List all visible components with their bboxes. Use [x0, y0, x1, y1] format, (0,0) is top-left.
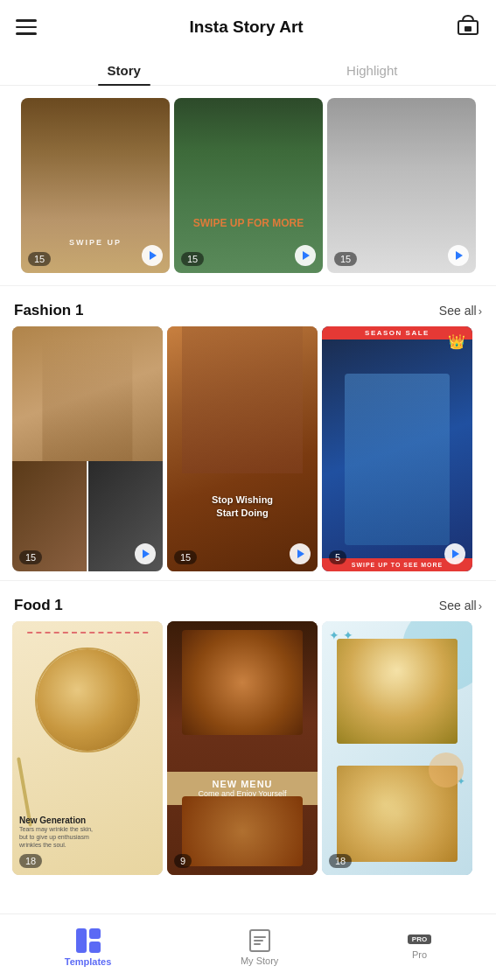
- app-header: Insta Story Art: [0, 0, 496, 54]
- pro-badge: PRO: [408, 934, 431, 944]
- food1-card-3[interactable]: ✦ ✦ ✦ 18: [322, 621, 472, 875]
- nav-mystory-label: My Story: [241, 956, 278, 966]
- top-card-2[interactable]: SWIPE UP FOR MORE 15: [174, 98, 323, 273]
- food1-card-2[interactable]: NEW MENU Come and Enjoy Yourself 9: [167, 621, 318, 875]
- fashion1-see-all-button[interactable]: See all ›: [439, 304, 482, 318]
- fashion1-card-2[interactable]: Stop WishingStart Doing 15: [167, 326, 318, 571]
- top-card-2-count: 15: [181, 252, 204, 266]
- fashion1-card-3[interactable]: SEASON SALE SWIPE UP TO SEE MORE 👑 5: [322, 326, 472, 571]
- top-cards-row: SWIPE UP 15 SWIPE UP FOR MORE 15 15: [0, 89, 496, 278]
- top-card-1-play[interactable]: [142, 245, 163, 266]
- stop-wishing-text: Stop WishingStart Doing: [212, 494, 273, 519]
- templates-icon: [76, 928, 101, 953]
- nav-pro-button[interactable]: PRO Pro: [390, 929, 449, 965]
- top-card-3-play[interactable]: [448, 245, 469, 266]
- swipe-up-text: SWIPE UP FOR MORE: [182, 217, 316, 229]
- top-card-1-count: 15: [28, 252, 51, 266]
- food1-title: Food 1: [14, 597, 63, 614]
- pro-icon-area: PRO: [408, 934, 431, 946]
- fashion1-card-2-play[interactable]: [290, 543, 311, 564]
- food1-card-3-count: 18: [329, 854, 352, 868]
- main-content: SWIPE UP 15 SWIPE UP FOR MORE 15 15: [0, 89, 496, 945]
- food1-card-1[interactable]: New Generation Tears may wrinkle the ski…: [12, 621, 163, 875]
- chevron-right-icon: ›: [479, 304, 482, 318]
- fashion1-section: Fashion 1 See all ›: [0, 286, 496, 571]
- store-icon[interactable]: [456, 12, 480, 42]
- svg-rect-1: [465, 26, 472, 32]
- nav-pro-label: Pro: [412, 949, 427, 960]
- chevron-right-icon-2: ›: [479, 599, 482, 612]
- top-cards-list: SWIPE UP 15 SWIPE UP FOR MORE 15 15: [9, 98, 487, 273]
- fashion1-card-2-count: 15: [174, 550, 197, 564]
- app-title: Insta Story Art: [189, 18, 303, 37]
- top-card-1[interactable]: SWIPE UP 15: [21, 98, 170, 273]
- food1-cards-list: New Generation Tears may wrinkle the ski…: [0, 621, 496, 875]
- food1-see-all-button[interactable]: See all ›: [439, 598, 482, 612]
- food1-section: Food 1 See all ›: [0, 581, 496, 875]
- nav-mystory-button[interactable]: My Story: [223, 924, 296, 971]
- fashion1-title: Fashion 1: [14, 302, 83, 319]
- fashion1-header: Fashion 1 See all ›: [0, 295, 496, 326]
- swipe-to-see-text: SWIPE UP TO SEE MORE: [325, 562, 469, 568]
- tab-bar: Story Highlight: [0, 54, 496, 86]
- bottom-navigation: Templates My Story PRO Pro: [0, 914, 496, 980]
- food1-card-2-count: 9: [174, 854, 192, 868]
- top-card-2-play[interactable]: [295, 245, 316, 266]
- tab-story[interactable]: Story: [0, 54, 248, 85]
- mystory-icon: [249, 929, 270, 952]
- food1-header: Food 1 See all ›: [0, 590, 496, 621]
- new-gen-text-block: New Generation Tears may wrinkle the ski…: [19, 816, 98, 849]
- fashion1-cards-list: 15 Stop WishingStart Doing 15 SEASON SA: [0, 326, 496, 571]
- crown-icon: 👑: [448, 333, 465, 350]
- fashion1-card-3-count: 5: [329, 550, 346, 564]
- fashion1-card-3-play[interactable]: [444, 543, 465, 564]
- nav-templates-button[interactable]: Templates: [47, 923, 129, 972]
- food1-card-1-count: 18: [19, 854, 42, 868]
- hamburger-menu-button[interactable]: [16, 19, 37, 35]
- top-card-3-count: 15: [334, 252, 357, 266]
- tab-highlight[interactable]: Highlight: [248, 54, 497, 85]
- nav-templates-label: Templates: [65, 956, 112, 967]
- top-card-3[interactable]: 15: [327, 98, 476, 273]
- fashion1-card-1-count: 15: [19, 550, 42, 564]
- fashion1-card-1[interactable]: 15: [12, 326, 163, 571]
- fashion1-card-1-play[interactable]: [135, 543, 156, 564]
